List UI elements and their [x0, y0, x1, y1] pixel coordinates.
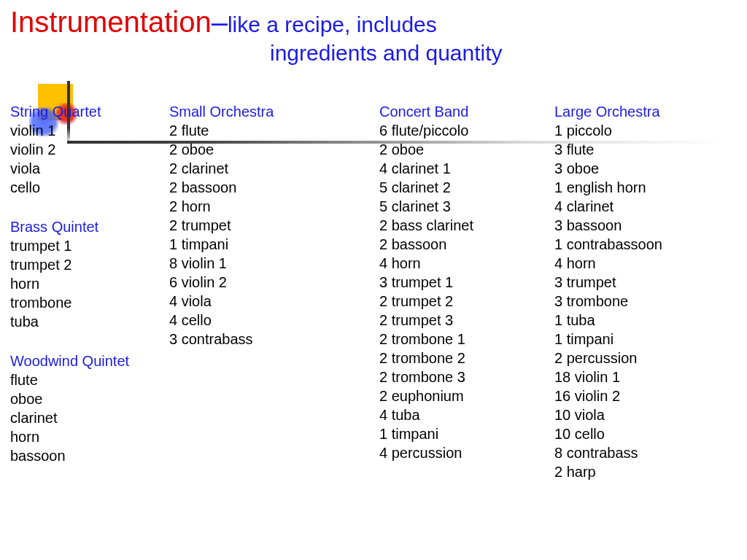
instrument-item: 2 trumpet 3: [379, 311, 554, 330]
instrument-item: 2 harp: [554, 462, 729, 481]
instrument-item: 3 flute: [554, 140, 729, 159]
instrument-item: 1 timpani: [554, 330, 729, 349]
instrument-item: 18 violin 1: [554, 368, 729, 386]
title-subtitle-line1: like a recipe, includes: [228, 12, 437, 36]
instrument-item: 2 bassoon: [169, 178, 379, 197]
instrument-item: 8 violin 1: [169, 254, 379, 273]
ensemble-title: Brass Quintet: [10, 217, 169, 236]
instrument-item: 2 euphonium: [379, 386, 554, 405]
instrument-item: 6 violin 2: [169, 273, 379, 292]
title-main: Instrumentation: [10, 6, 212, 38]
column: String Quartetviolin 1violin 2violacello…: [10, 102, 169, 502]
instrument-item: 1 timpani: [169, 235, 379, 254]
instrument-item: 2 bassoon: [379, 235, 554, 254]
instrument-item: trumpet 2: [10, 255, 169, 274]
instrument-item: 1 contrabassoon: [554, 235, 729, 254]
instrument-item: 3 trumpet 1: [379, 273, 554, 292]
instrument-item: 4 percussion: [379, 443, 554, 462]
instrument-item: horn: [10, 274, 169, 293]
ensemble-group: Brass Quintettrumpet 1trumpet 2horntromb…: [10, 217, 169, 331]
instrument-item: 5 clarinet 2: [379, 178, 554, 197]
instrument-item: 2 bass clarinet: [379, 216, 554, 235]
instrument-item: 8 contrabass: [554, 443, 729, 462]
ensemble-group: Large Orchestra1 piccolo3 flute3 oboe1 e…: [554, 102, 729, 481]
instrument-item: 2 trumpet: [169, 216, 379, 235]
instrument-item: 3 oboe: [554, 159, 729, 178]
content-columns: String Quartetviolin 1violin 2violacello…: [10, 102, 740, 502]
instrument-item: bassoon: [10, 446, 169, 465]
column: Concert Band6 flute/piccolo2 oboe4 clari…: [379, 102, 554, 502]
ensemble-title: Small Orchestra: [169, 102, 379, 121]
instrument-item: horn: [10, 427, 169, 446]
instrument-item: 1 tuba: [554, 311, 729, 330]
instrument-item: 2 oboe: [169, 140, 379, 159]
ensemble-title: Large Orchestra: [554, 102, 729, 121]
instrument-item: 2 trombone 3: [379, 368, 554, 386]
instrument-item: 4 viola: [169, 292, 379, 311]
ensemble-title: Woodwind Quintet: [10, 351, 169, 370]
title-dash: –: [212, 6, 228, 38]
title-subtitle-line2: ingredients and quantity: [270, 41, 503, 66]
instrument-item: 3 trumpet: [554, 273, 729, 292]
instrument-item: flute: [10, 370, 169, 389]
instrument-item: 4 clarinet 1: [379, 159, 554, 178]
ensemble-group: Small Orchestra2 flute2 oboe2 clarinet2 …: [169, 102, 379, 349]
instrument-item: 6 flute/piccolo: [379, 121, 554, 140]
column: Large Orchestra1 piccolo3 flute3 oboe1 e…: [554, 102, 729, 502]
instrument-item: 1 timpani: [379, 424, 554, 443]
ensemble-group: Woodwind Quintetfluteoboeclarinethornbas…: [10, 351, 169, 465]
instrument-item: 16 violin 2: [554, 386, 729, 405]
instrument-item: 2 trombone 1: [379, 330, 554, 349]
instrument-item: cello: [10, 178, 169, 197]
instrument-item: 4 horn: [554, 254, 729, 273]
instrument-item: 3 trombone: [554, 292, 729, 311]
instrument-item: 2 trumpet 2: [379, 292, 554, 311]
instrument-item: violin 2: [10, 140, 169, 159]
instrument-item: 2 percussion: [554, 349, 729, 368]
instrument-item: 1 english horn: [554, 178, 729, 197]
ensemble-title: String Quartet: [10, 102, 169, 121]
slide-title: Instrumentation–like a recipe, includes: [10, 6, 437, 38]
instrument-item: tuba: [10, 312, 169, 331]
instrument-item: 10 viola: [554, 405, 729, 424]
instrument-item: 2 flute: [169, 121, 379, 140]
instrument-item: 3 bassoon: [554, 216, 729, 235]
instrument-item: 3 contrabass: [169, 330, 379, 349]
instrument-item: trumpet 1: [10, 236, 169, 255]
instrument-item: oboe: [10, 389, 169, 408]
instrument-item: 2 oboe: [379, 140, 554, 159]
instrument-item: 2 clarinet: [169, 159, 379, 178]
ensemble-group: Concert Band6 flute/piccolo2 oboe4 clari…: [379, 102, 554, 462]
instrument-item: violin 1: [10, 121, 169, 140]
instrument-item: 5 clarinet 3: [379, 197, 554, 216]
instrument-item: 1 piccolo: [554, 121, 729, 140]
instrument-item: 4 tuba: [379, 405, 554, 424]
instrument-item: trombone: [10, 293, 169, 312]
instrument-item: viola: [10, 159, 169, 178]
instrument-item: 4 horn: [379, 254, 554, 273]
instrument-item: 10 cello: [554, 424, 729, 443]
instrument-item: 2 trombone 2: [379, 349, 554, 368]
ensemble-group: String Quartetviolin 1violin 2violacello: [10, 102, 169, 197]
instrument-item: 2 horn: [169, 197, 379, 216]
instrument-item: 4 clarinet: [554, 197, 729, 216]
instrument-item: clarinet: [10, 408, 169, 427]
instrument-item: 4 cello: [169, 311, 379, 330]
column: Small Orchestra2 flute2 oboe2 clarinet2 …: [169, 102, 379, 502]
ensemble-title: Concert Band: [379, 102, 554, 121]
